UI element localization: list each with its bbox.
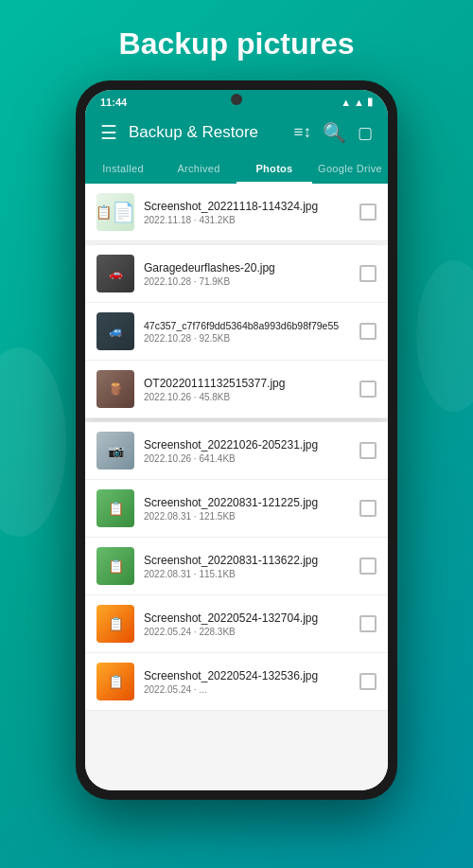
tab-archived[interactable]: Archived (161, 153, 236, 184)
battery-icon: ▮ (367, 96, 373, 108)
file-info: Screenshot_20221118-114324.jpg 2022.11.1… (144, 200, 350, 225)
file-item[interactable]: 📋 Screenshot_20220831-113622.jpg 2022.08… (85, 538, 388, 595)
file-name: Garagedeurflashes-20.jpg (144, 261, 350, 275)
file-meta: 2022.11.18 · 431.2KB (144, 215, 350, 225)
decorative-blob-left (0, 347, 66, 537)
status-time: 11:44 (100, 97, 127, 108)
file-name: Screenshot_20220524-132536.jpg (144, 669, 350, 682)
file-checkbox[interactable] (359, 265, 377, 282)
file-thumbnail: 🪵 (96, 370, 134, 408)
file-item[interactable]: 📋 Screenshot_20221118-114324.jpg 2022.11… (85, 184, 388, 241)
file-name: OT20220111132515377.jpg (144, 377, 350, 390)
tabs-bar: Installed Archived Photos Google Drive (85, 153, 388, 184)
file-info: 47c357_c7f76f9dd5364b8a993d6b98f79e55 20… (144, 320, 350, 344)
decorative-blob-right (416, 260, 473, 412)
file-checkbox[interactable] (359, 381, 377, 398)
file-info: Screenshot_20220524-132536.jpg 2022.05.2… (144, 669, 350, 695)
file-item[interactable]: 📋 Screenshot_20220524-132704.jpg 2022.05… (85, 595, 388, 653)
phone-screen: 11:44 ▲ ▲ ▮ ☰ Backup & Restore ≡↕ 🔍 ▢ In… (85, 90, 388, 790)
file-checkbox[interactable] (359, 673, 377, 690)
file-checkbox[interactable] (359, 558, 377, 575)
file-thumbnail: 📋 (96, 193, 134, 231)
file-name: Screenshot_20220831-113622.jpg (144, 554, 350, 567)
file-item[interactable]: 📋 Screenshot_20220524-132536.jpg 2022.05… (85, 653, 388, 711)
file-item[interactable]: 📋 Screenshot_20220831-121225.jpg 2022.08… (85, 480, 388, 538)
file-thumbnail: 🚗 (96, 255, 134, 292)
file-meta: 2022.10.28 · 92.5KB (144, 333, 350, 344)
file-name: 47c357_c7f76f9dd5364b8a993d6b98f79e55 (144, 320, 350, 331)
file-info: Screenshot_20221026-205231.jpg 2022.10.2… (144, 438, 350, 464)
file-checkbox[interactable] (359, 204, 377, 221)
app-bar-title: Backup & Restore (129, 123, 283, 142)
elevated-card-group: 🚗 Garagedeurflashes-20.jpg 2022.10.28 · … (85, 245, 388, 418)
search-icon[interactable]: 🔍 (323, 121, 346, 144)
tab-photos[interactable]: Photos (236, 153, 312, 184)
file-meta: 2022.10.26 · 641.4KB (144, 453, 350, 464)
file-meta: 2022.05.24 · ... (144, 684, 350, 695)
file-name: Screenshot_20221118-114324.jpg (144, 200, 350, 213)
file-thumbnail: 🚙 (96, 312, 134, 350)
file-info: Screenshot_20220831-121225.jpg 2022.08.3… (144, 496, 350, 522)
app-bar: ☰ Backup & Restore ≡↕ 🔍 ▢ (85, 112, 388, 153)
menu-icon[interactable]: ☰ (100, 121, 117, 144)
file-meta: 2022.08.31 · 115.1KB (144, 569, 350, 579)
file-thumbnail: 📋 (96, 663, 134, 700)
file-info: Garagedeurflashes-20.jpg 2022.10.28 · 71… (144, 261, 350, 287)
view-toggle-icon[interactable]: ▢ (358, 123, 373, 143)
file-checkbox[interactable] (359, 323, 377, 340)
signal-icon: ▲ (354, 97, 364, 108)
wifi-icon: ▲ (341, 97, 351, 108)
file-name: Screenshot_20220524-132704.jpg (144, 611, 350, 625)
file-meta: 2022.05.24 · 228.3KB (144, 627, 350, 637)
file-info: Screenshot_20220831-113622.jpg 2022.08.3… (144, 554, 350, 579)
tab-google-drive[interactable]: Google Drive (312, 153, 388, 184)
file-meta: 2022.10.28 · 71.9KB (144, 276, 350, 287)
file-item[interactable]: 📷 Screenshot_20221026-205231.jpg 2022.10… (85, 422, 388, 480)
phone-frame: 11:44 ▲ ▲ ▮ ☰ Backup & Restore ≡↕ 🔍 ▢ In… (76, 80, 397, 800)
file-name: Screenshot_20221026-205231.jpg (144, 438, 350, 452)
file-checkbox[interactable] (359, 500, 377, 517)
file-item[interactable]: 🚗 Garagedeurflashes-20.jpg 2022.10.28 · … (85, 245, 388, 303)
file-thumbnail: 📷 (96, 432, 134, 469)
file-meta: 2022.08.31 · 121.5KB (144, 511, 350, 522)
file-info: Screenshot_20220524-132704.jpg 2022.05.2… (144, 611, 350, 637)
filter-icon[interactable]: ≡↕ (294, 123, 311, 142)
page-title: Backup pictures (0, 0, 473, 80)
file-thumbnail: 📋 (96, 489, 134, 527)
file-list: 📋 Screenshot_20221118-114324.jpg 2022.11… (85, 184, 388, 790)
phone-notch (231, 94, 242, 105)
file-checkbox[interactable] (359, 615, 377, 632)
file-thumbnail: 📋 (96, 605, 134, 643)
file-info: OT20220111132515377.jpg 2022.10.26 · 45.… (144, 377, 350, 402)
file-thumbnail: 📋 (96, 547, 134, 585)
file-item[interactable]: 🚙 47c357_c7f76f9dd5364b8a993d6b98f79e55 … (85, 303, 388, 361)
file-item[interactable]: 🪵 OT20220111132515377.jpg 2022.10.26 · 4… (85, 361, 388, 418)
file-checkbox[interactable] (359, 442, 377, 459)
file-meta: 2022.10.26 · 45.8KB (144, 392, 350, 402)
tab-installed[interactable]: Installed (85, 153, 161, 184)
file-name: Screenshot_20220831-121225.jpg (144, 496, 350, 509)
status-icons: ▲ ▲ ▮ (341, 96, 373, 108)
